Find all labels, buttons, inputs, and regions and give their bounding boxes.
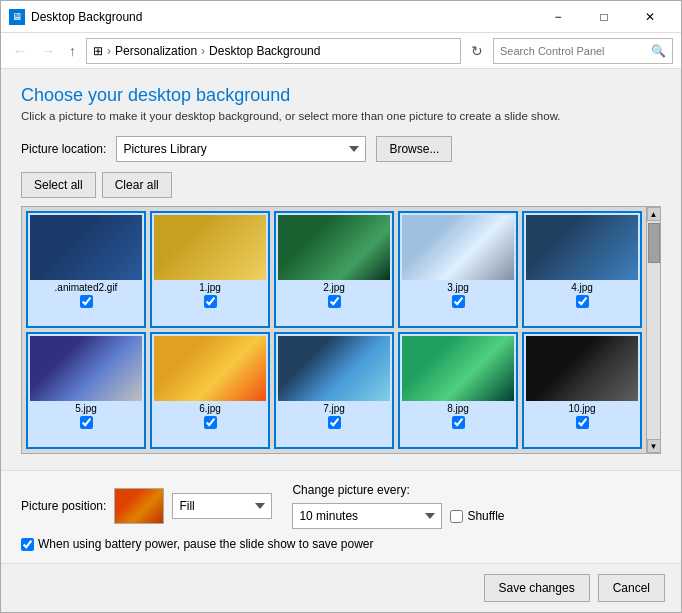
image-checkbox[interactable] (452, 295, 465, 308)
list-item[interactable]: 3.jpg (398, 211, 518, 328)
image-thumbnail (30, 336, 142, 401)
search-icon: 🔍 (651, 44, 666, 58)
path-desktop-background: Desktop Background (209, 44, 320, 58)
image-label: 4.jpg (571, 282, 593, 293)
list-item[interactable]: 1.jpg (150, 211, 270, 328)
image-thumbnail (402, 336, 514, 401)
battery-label: When using battery power, pause the slid… (38, 537, 374, 551)
position-preview (114, 488, 164, 524)
bottom-settings: Picture position: Fill Change picture ev… (1, 470, 681, 563)
list-item[interactable]: .animated2.gif (26, 211, 146, 328)
position-label: Picture position: (21, 499, 106, 513)
image-label: 7.jpg (323, 403, 345, 414)
image-checkbox[interactable] (576, 416, 589, 429)
address-path[interactable]: ⊞ › Personalization › Desktop Background (86, 38, 461, 64)
scroll-track[interactable] (647, 221, 660, 439)
path-home: ⊞ (93, 44, 103, 58)
image-thumbnail (526, 336, 638, 401)
close-button[interactable]: ✕ (627, 1, 673, 33)
select-all-button[interactable]: Select all (21, 172, 96, 198)
search-box[interactable]: 🔍 (493, 38, 673, 64)
clear-all-button[interactable]: Clear all (102, 172, 172, 198)
image-checkbox[interactable] (204, 295, 217, 308)
image-label: 10.jpg (568, 403, 595, 414)
up-button[interactable]: ↑ (65, 41, 80, 61)
image-checkbox[interactable] (80, 295, 93, 308)
list-item[interactable]: 4.jpg (522, 211, 642, 328)
image-checkbox[interactable] (80, 416, 93, 429)
scroll-thumb[interactable] (648, 223, 660, 263)
position-select[interactable]: Fill (172, 493, 272, 519)
back-button[interactable]: ← (9, 41, 31, 61)
image-thumbnail (278, 215, 390, 280)
page-subtitle: Click a picture to make it your desktop … (21, 110, 661, 122)
shuffle-checkbox[interactable] (450, 510, 463, 523)
battery-checkbox[interactable] (21, 538, 34, 551)
footer: Save changes Cancel (1, 563, 681, 612)
image-label: 5.jpg (75, 403, 97, 414)
change-row: 10 minutes Shuffle (292, 503, 504, 529)
image-label: 8.jpg (447, 403, 469, 414)
shuffle-label[interactable]: Shuffle (450, 509, 504, 523)
list-item[interactable]: 2.jpg (274, 211, 394, 328)
image-label: 3.jpg (447, 282, 469, 293)
scroll-down-arrow[interactable]: ▼ (647, 439, 661, 453)
image-checkbox[interactable] (452, 416, 465, 429)
cancel-button[interactable]: Cancel (598, 574, 665, 602)
image-label: 6.jpg (199, 403, 221, 414)
window-icon: 🖥 (9, 9, 25, 25)
image-grid-container: .animated2.gif 1.jpg 2.jpg 3.jpg (21, 206, 661, 454)
image-checkbox[interactable] (328, 295, 341, 308)
title-bar: 🖥 Desktop Background − □ ✕ (1, 1, 681, 33)
minimize-button[interactable]: − (535, 1, 581, 33)
desktop-window: 🖥 Desktop Background − □ ✕ ← → ↑ ⊞ › Per… (0, 0, 682, 613)
list-item[interactable]: 7.jpg (274, 332, 394, 449)
content-area: Choose your desktop background Click a p… (1, 69, 681, 470)
scroll-up-arrow[interactable]: ▲ (647, 207, 661, 221)
image-thumbnail (154, 215, 266, 280)
image-thumbnail (402, 215, 514, 280)
image-checkbox[interactable] (328, 416, 341, 429)
change-every-label: Change picture every: (292, 483, 504, 497)
image-grid: .animated2.gif 1.jpg 2.jpg 3.jpg (22, 207, 646, 453)
title-bar-controls: − □ ✕ (535, 1, 673, 33)
change-every-select[interactable]: 10 minutes (292, 503, 442, 529)
image-checkbox[interactable] (576, 295, 589, 308)
save-button[interactable]: Save changes (484, 574, 590, 602)
list-item[interactable]: 6.jpg (150, 332, 270, 449)
list-item[interactable]: 8.jpg (398, 332, 518, 449)
address-bar: ← → ↑ ⊞ › Personalization › Desktop Back… (1, 33, 681, 69)
image-label: .animated2.gif (55, 282, 118, 293)
position-group: Picture position: Fill (21, 488, 272, 524)
image-thumbnail (154, 336, 266, 401)
image-thumbnail (30, 215, 142, 280)
list-item[interactable]: 5.jpg (26, 332, 146, 449)
list-item[interactable]: 10.jpg (522, 332, 642, 449)
image-thumbnail (526, 215, 638, 280)
select-buttons-row: Select all Clear all (21, 172, 661, 198)
maximize-button[interactable]: □ (581, 1, 627, 33)
image-label: 1.jpg (199, 282, 221, 293)
window-title: Desktop Background (31, 10, 535, 24)
image-checkbox[interactable] (204, 416, 217, 429)
browse-button[interactable]: Browse... (376, 136, 452, 162)
location-row: Picture location: Pictures Library Brows… (21, 136, 661, 162)
scrollbar[interactable]: ▲ ▼ (646, 207, 660, 453)
change-group: Change picture every: 10 minutes Shuffle (292, 483, 504, 529)
image-label: 2.jpg (323, 282, 345, 293)
picture-location-select[interactable]: Pictures Library (116, 136, 366, 162)
refresh-button[interactable]: ↻ (467, 41, 487, 61)
page-title: Choose your desktop background (21, 85, 661, 106)
battery-row: When using battery power, pause the slid… (21, 537, 661, 551)
path-personalization: Personalization (115, 44, 197, 58)
search-input[interactable] (500, 45, 651, 57)
settings-row: Picture position: Fill Change picture ev… (21, 483, 661, 529)
image-thumbnail (278, 336, 390, 401)
picture-location-label: Picture location: (21, 142, 106, 156)
forward-button[interactable]: → (37, 41, 59, 61)
